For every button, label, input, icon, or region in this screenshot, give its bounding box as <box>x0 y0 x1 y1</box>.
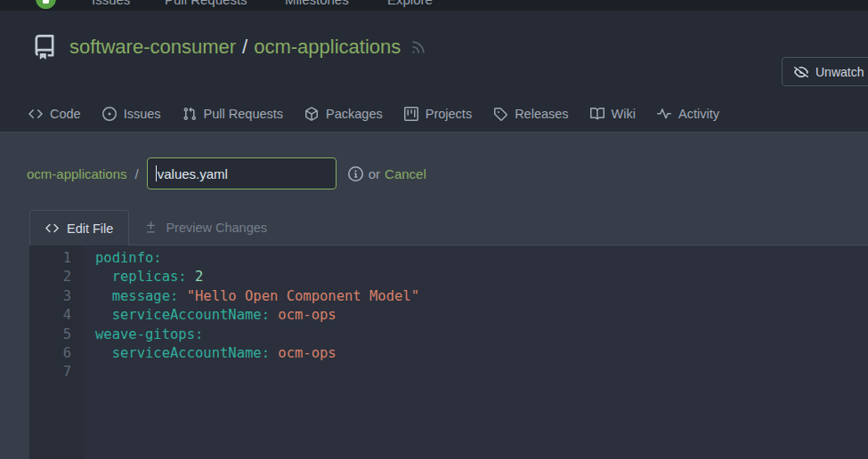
line-number: 6 <box>29 344 71 363</box>
token-key: message <box>112 288 170 304</box>
topnav-item-milestones[interactable]: Milestones <box>285 0 349 7</box>
editor-tab-label: Preview Changes <box>166 221 267 235</box>
editor-body: 1234567 podinfo: replicas: 2 message: "H… <box>29 246 868 459</box>
info-icon[interactable] <box>348 166 363 181</box>
repo-name-link[interactable]: ocm-applications <box>254 36 401 59</box>
filename-value: values.yaml <box>158 166 228 181</box>
token-punct: : <box>153 250 161 266</box>
code-line[interactable]: serviceAccountName: ocm-ops <box>95 306 868 325</box>
token-punct: : <box>178 269 186 285</box>
token-key: replicas <box>112 269 179 285</box>
topnav-item-issues[interactable]: Issues <box>92 0 130 7</box>
tab-releases[interactable]: Releases <box>493 107 568 121</box>
line-number: 5 <box>29 326 71 344</box>
token-plain <box>95 307 112 323</box>
line-number: 2 <box>29 268 71 286</box>
repo-title-row: software-consumer / ocm-applications <box>0 11 868 60</box>
editor-tab-label: Edit File <box>67 221 113 236</box>
editor-tab-edit-file[interactable]: Edit File <box>29 210 129 246</box>
editor-tab-preview-changes[interactable]: Preview Changes <box>129 210 282 245</box>
token-plain <box>95 345 112 361</box>
code-icon <box>28 107 43 121</box>
repo-title: software-consumer / ocm-applications <box>69 36 401 59</box>
breadcrumb-separator: / <box>135 166 139 181</box>
pulse-icon <box>657 107 671 121</box>
token-punct: : <box>262 345 270 361</box>
git-pull-request-icon <box>183 107 197 121</box>
token-plain <box>178 288 186 304</box>
token-str: "Hello Open Component Model" <box>187 288 419 304</box>
code-icon <box>45 221 59 235</box>
token-punct: : <box>262 307 270 323</box>
tab-label: Releases <box>515 107 568 121</box>
tab-label: Wiki <box>612 107 636 121</box>
token-key: serviceAccountName <box>112 307 262 323</box>
code-line[interactable]: message: "Hello Open Component Model" <box>95 287 868 306</box>
project-icon <box>404 107 418 121</box>
token-plain <box>95 269 112 285</box>
book-icon <box>590 107 604 121</box>
repo-tab-bar: CodeIssuesPull RequestsPackagesProjectsR… <box>28 95 719 132</box>
token-key: serviceAccountName <box>112 345 262 361</box>
eye-closed-icon <box>794 65 808 79</box>
tab-wiki[interactable]: Wiki <box>590 107 636 121</box>
package-icon <box>304 107 319 121</box>
code-line[interactable]: replicas: 2 <box>95 268 868 286</box>
gitea-logo-icon[interactable] <box>36 0 56 9</box>
top-navbar: IssuesPull RequestsMilestonesExplore <box>0 0 868 11</box>
code-line[interactable]: podinfo: <box>95 249 868 268</box>
tab-label: Activity <box>678 107 719 121</box>
editor-tab-bar: Edit FilePreview Changes <box>29 210 868 246</box>
code-editor-area[interactable]: podinfo: replicas: 2 message: "Hello Ope… <box>85 246 868 459</box>
topnav-item-pull-requests[interactable]: Pull Requests <box>165 0 247 7</box>
tab-label: Pull Requests <box>204 107 283 121</box>
token-plain <box>270 345 278 361</box>
tab-label: Code <box>50 107 81 121</box>
tab-issues[interactable]: Issues <box>102 107 161 121</box>
token-num: 2 <box>195 269 203 285</box>
tab-projects[interactable]: Projects <box>404 107 472 121</box>
line-number: 7 <box>29 363 71 382</box>
tab-pull-requests[interactable]: Pull Requests <box>183 107 283 121</box>
repo-owner-link[interactable]: software-consumer <box>69 36 236 59</box>
token-val: ocm-ops <box>278 307 336 323</box>
rss-feed-icon[interactable] <box>410 39 426 55</box>
breadcrumb-repo-link[interactable]: ocm-applications <box>27 166 127 181</box>
token-key: podinfo <box>95 250 153 266</box>
or-text: or <box>369 166 380 181</box>
token-plain <box>187 269 195 285</box>
token-key: weave-gitops <box>95 326 195 342</box>
token-val: ocm-ops <box>278 345 336 361</box>
line-number-gutter: 1234567 <box>29 246 85 459</box>
token-punct: : <box>195 326 203 342</box>
cancel-link[interactable]: Cancel <box>385 166 426 181</box>
token-punct: : <box>170 288 178 304</box>
token-plain <box>270 307 278 323</box>
file-editor: Edit FilePreview Changes 1234567 podinfo… <box>29 210 868 459</box>
tag-icon <box>493 107 507 121</box>
issue-opened-icon <box>102 107 117 121</box>
tab-activity[interactable]: Activity <box>657 107 719 121</box>
file-path-bar: ocm-applications / values.yaml or Cancel <box>27 157 868 189</box>
repo-title-separator: / <box>242 36 247 59</box>
tab-code[interactable]: Code <box>28 107 81 121</box>
repo-icon <box>32 35 57 60</box>
line-number: 1 <box>29 249 71 268</box>
filename-input[interactable]: values.yaml <box>147 157 337 189</box>
topnav-item-explore[interactable]: Explore <box>387 0 433 7</box>
line-number: 4 <box>29 306 71 325</box>
unwatch-label: Unwatch <box>815 65 864 79</box>
code-line[interactable] <box>95 363 868 382</box>
text-cursor <box>156 165 157 181</box>
tab-label: Issues <box>124 107 161 121</box>
line-number: 3 <box>29 287 71 306</box>
tab-packages[interactable]: Packages <box>304 107 383 121</box>
code-line[interactable]: serviceAccountName: ocm-ops <box>95 344 868 363</box>
token-plain <box>95 288 112 304</box>
repo-header: software-consumer / ocm-applications Unw… <box>0 11 868 133</box>
diff-icon <box>144 221 158 234</box>
tab-label: Packages <box>326 107 383 121</box>
code-line[interactable]: weave-gitops: <box>95 326 868 344</box>
unwatch-button[interactable]: Unwatch <box>782 57 868 86</box>
tab-label: Projects <box>426 107 472 121</box>
